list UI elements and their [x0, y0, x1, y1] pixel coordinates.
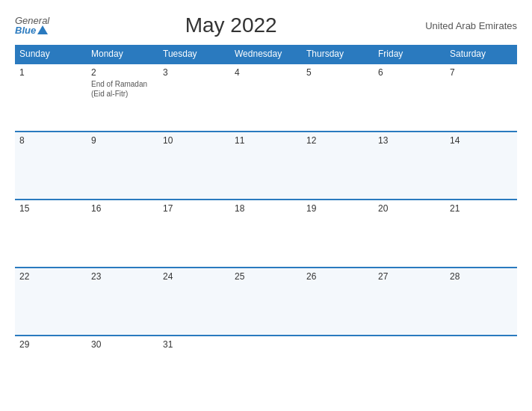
day-number: 3: [163, 67, 226, 78]
day-number: 18: [235, 203, 297, 214]
country-label: United Arab Emirates: [412, 20, 517, 31]
logo: General Blue: [15, 16, 49, 35]
day-number: 30: [91, 339, 154, 350]
day-number: 25: [235, 271, 297, 282]
col-sunday: Sunday: [15, 45, 87, 64]
day-number: 22: [19, 271, 82, 282]
table-row: 19: [302, 200, 374, 268]
table-row: 24: [158, 268, 230, 336]
table-row: 16: [87, 200, 158, 268]
table-row: 5: [302, 64, 374, 132]
day-number: 20: [378, 203, 441, 214]
logo-blue: Blue: [15, 25, 36, 35]
day-number: 14: [450, 135, 513, 146]
day-number: 8: [19, 135, 82, 146]
day-number: 10: [163, 135, 226, 146]
table-row: 13: [374, 132, 445, 200]
holiday-label: End of Ramadan (Eid al-Fitr): [91, 79, 154, 99]
col-thursday: Thursday: [302, 45, 374, 64]
table-row: 25: [230, 268, 302, 336]
table-row: 31: [158, 336, 230, 404]
calendar-week-row: 891011121314: [15, 132, 517, 200]
calendar-week-row: 22232425262728: [15, 268, 517, 336]
day-number: 29: [19, 339, 82, 350]
table-row: [230, 336, 302, 404]
day-number: 13: [378, 135, 441, 146]
table-row: 23: [87, 268, 158, 336]
day-number: 9: [91, 135, 154, 146]
table-row: 3: [158, 64, 230, 132]
calendar-title: May 2022: [49, 13, 412, 37]
table-row: 20: [374, 200, 445, 268]
table-row: 4: [230, 64, 302, 132]
table-row: 14: [445, 132, 517, 200]
day-number: 6: [378, 67, 441, 78]
table-row: 27: [374, 268, 445, 336]
table-row: 10: [158, 132, 230, 200]
day-number: 11: [235, 135, 297, 146]
table-row: 21: [445, 200, 517, 268]
day-number: 31: [163, 339, 226, 350]
header: General Blue May 2022 United Arab Emirat…: [15, 13, 517, 37]
day-number: 17: [163, 203, 226, 214]
table-row: [445, 336, 517, 404]
col-wednesday: Wednesday: [230, 45, 302, 64]
table-row: 30: [87, 336, 158, 404]
table-row: 28: [445, 268, 517, 336]
table-row: 22: [15, 268, 87, 336]
table-row: 17: [158, 200, 230, 268]
table-row: 12: [302, 132, 374, 200]
table-row: 15: [15, 200, 87, 268]
calendar-week-row: 15161718192021: [15, 200, 517, 268]
table-row: 26: [302, 268, 374, 336]
day-number: 26: [306, 271, 369, 282]
table-row: 2End of Ramadan (Eid al-Fitr): [87, 64, 158, 132]
logo-triangle-icon: [37, 25, 48, 34]
day-number: 2: [91, 67, 154, 78]
day-number: 19: [306, 203, 369, 214]
table-row: [374, 336, 445, 404]
calendar-header-row: Sunday Monday Tuesday Wednesday Thursday…: [15, 45, 517, 64]
day-number: 28: [450, 271, 513, 282]
table-row: 6: [374, 64, 445, 132]
day-number: 24: [163, 271, 226, 282]
table-row: [302, 336, 374, 404]
calendar-page: General Blue May 2022 United Arab Emirat…: [0, 0, 532, 411]
calendar-week-row: 12End of Ramadan (Eid al-Fitr)34567: [15, 64, 517, 132]
day-number: 16: [91, 203, 154, 214]
table-row: 7: [445, 64, 517, 132]
day-number: 7: [450, 67, 513, 78]
table-row: 29: [15, 336, 87, 404]
day-number: 27: [378, 271, 441, 282]
table-row: 9: [87, 132, 158, 200]
table-row: 11: [230, 132, 302, 200]
col-friday: Friday: [374, 45, 445, 64]
day-number: 4: [235, 67, 297, 78]
col-monday: Monday: [87, 45, 158, 64]
calendar-week-row: 293031: [15, 336, 517, 404]
col-saturday: Saturday: [445, 45, 517, 64]
day-number: 1: [19, 67, 82, 78]
day-number: 5: [306, 67, 369, 78]
table-row: 1: [15, 64, 87, 132]
day-number: 12: [306, 135, 369, 146]
table-row: 8: [15, 132, 87, 200]
calendar-table: Sunday Monday Tuesday Wednesday Thursday…: [15, 45, 517, 404]
table-row: 18: [230, 200, 302, 268]
day-number: 21: [450, 203, 513, 214]
day-number: 15: [19, 203, 82, 214]
col-tuesday: Tuesday: [158, 45, 230, 64]
day-number: 23: [91, 271, 154, 282]
